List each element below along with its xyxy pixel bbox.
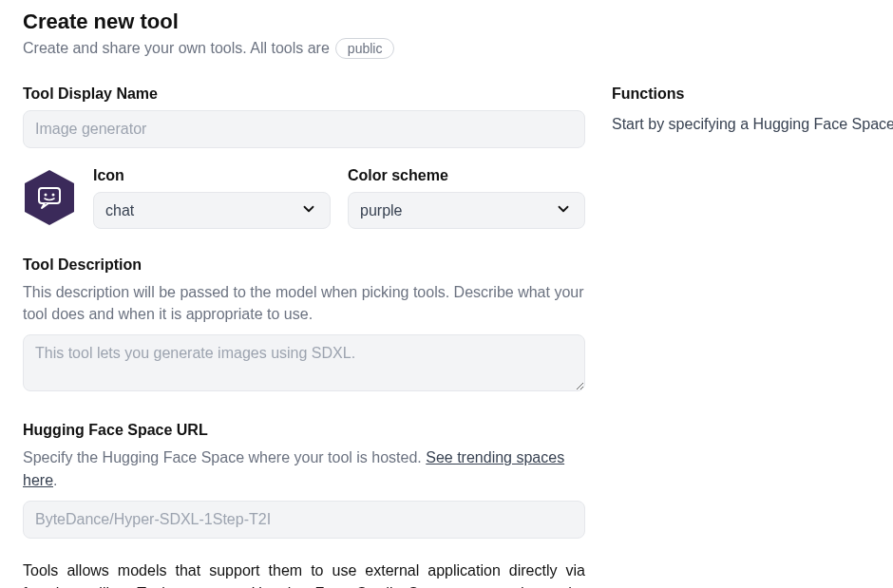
- space-url-helper: Specify the Hugging Face Space where you…: [23, 446, 585, 490]
- space-url-helper-suffix: .: [53, 472, 57, 488]
- footnote-pre: Tools allows models that support them to…: [23, 562, 585, 588]
- display-name-input[interactable]: [23, 110, 585, 148]
- functions-column: Functions Start by specifying a Hugging …: [612, 85, 893, 588]
- description-label: Tool Description: [23, 256, 585, 274]
- functions-text: Start by specifying a Hugging Face Space…: [612, 116, 893, 133]
- svg-point-2: [45, 194, 48, 197]
- icon-select[interactable]: chat: [93, 192, 331, 229]
- functions-title: Functions: [612, 85, 893, 103]
- svg-point-3: [52, 194, 55, 197]
- form-column: Tool Display Name Icon chat: [23, 85, 585, 588]
- display-name-label: Tool Display Name: [23, 85, 585, 103]
- space-url-input[interactable]: [23, 501, 585, 539]
- space-url-label: Hugging Face Space URL: [23, 422, 585, 439]
- page-title: Create new tool: [23, 9, 870, 34]
- color-scheme-select[interactable]: purple: [348, 192, 585, 229]
- space-url-helper-prefix: Specify the Hugging Face Space where you…: [23, 449, 426, 465]
- visibility-badge: public: [335, 38, 395, 59]
- icon-preview-hexagon: [23, 169, 76, 230]
- svg-marker-0: [25, 170, 74, 225]
- tools-footnote: Tools allows models that support them to…: [23, 560, 585, 588]
- description-textarea[interactable]: [23, 334, 585, 391]
- subtitle-text: Create and share your own tools. All too…: [23, 40, 330, 57]
- page-subtitle: Create and share your own tools. All too…: [23, 38, 870, 59]
- page-header: Create new tool Create and share your ow…: [23, 9, 870, 59]
- icon-label: Icon: [93, 167, 331, 184]
- color-scheme-label: Color scheme: [348, 167, 585, 184]
- description-helper: This description will be passed to the m…: [23, 281, 585, 325]
